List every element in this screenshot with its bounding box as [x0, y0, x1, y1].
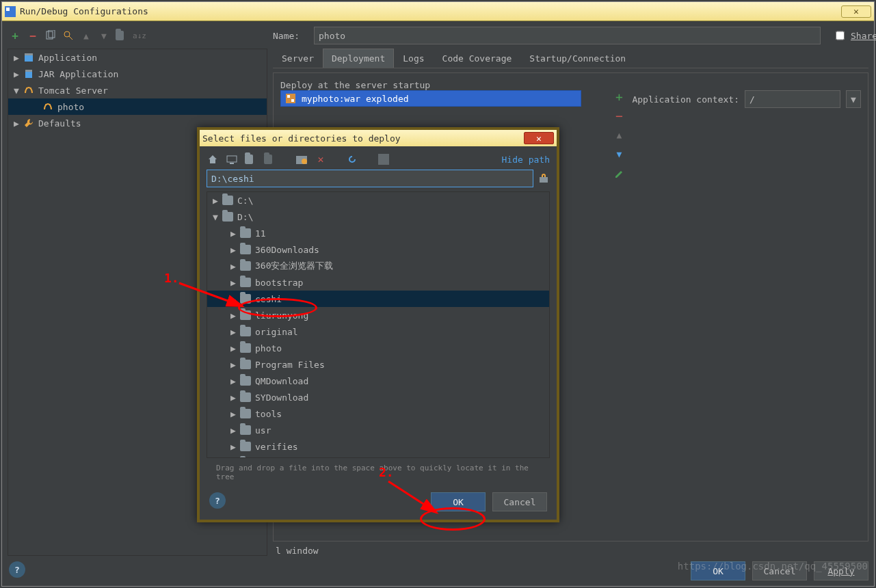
home-icon[interactable] [207, 153, 219, 165]
expand-icon[interactable]: ▶ [230, 261, 237, 271]
project-icon[interactable] [245, 153, 257, 165]
svg-point-12 [49, 104, 51, 105]
dialog-cancel-button[interactable]: Cancel [492, 492, 547, 511]
file-tree-item[interactable]: ▶liurunyong [207, 307, 549, 323]
tab-logs[interactable]: Logs [394, 49, 433, 68]
expand-icon[interactable]: ▶ [230, 425, 237, 436]
help-button[interactable]: ? [9, 561, 25, 578]
file-tree-item[interactable]: ▶workspace [207, 455, 549, 458]
refresh-icon[interactable] [346, 153, 358, 165]
expand-icon[interactable]: ▶ [230, 310, 237, 321]
app-context-input[interactable] [745, 90, 840, 108]
show-hidden-icon[interactable] [377, 153, 390, 165]
history-icon[interactable] [537, 172, 550, 185]
file-tree-item[interactable]: ▶photo [207, 340, 549, 356]
tab-deployment[interactable]: Deployment [323, 49, 394, 68]
config-toolbar: + − ▲ ▼ a↓z [8, 27, 267, 49]
svg-rect-6 [25, 53, 33, 55]
deploy-list[interactable]: myphoto:war exploded [280, 90, 606, 107]
file-tree-item[interactable]: ▶C:\ [207, 192, 549, 209]
expand-icon[interactable]: ▶ [230, 278, 237, 288]
app-context-dropdown[interactable]: ▼ [846, 90, 861, 108]
expand-icon[interactable]: ▶ [14, 53, 21, 63]
expand-icon[interactable]: ▶ [230, 442, 237, 452]
new-folder-icon[interactable] [295, 153, 308, 165]
dialog-help-button[interactable]: ? [209, 492, 226, 509]
expand-icon[interactable]: ▼ [14, 85, 21, 96]
file-tree-item[interactable]: ▶verifies [207, 438, 549, 455]
file-tree-item[interactable]: ▶bootstrap [207, 274, 549, 291]
expand-icon[interactable]: ▼ [213, 212, 220, 222]
config-tree-item[interactable]: ▶JAR Application [8, 66, 267, 82]
path-input[interactable] [207, 170, 533, 187]
expand-icon[interactable]: ▶ [230, 294, 237, 304]
add-config-icon[interactable]: + [9, 29, 21, 42]
svg-point-9 [26, 88, 27, 89]
file-tree[interactable]: ▶C:\▼D:\▶11▶360Downloads▶360安全浏览器下载▶boot… [207, 191, 550, 458]
deploy-remove-icon[interactable]: − [613, 109, 625, 122]
expand-icon[interactable]: ▶ [230, 228, 237, 239]
dialog-footer: ? OK Cancel [207, 488, 550, 513]
config-tree-item[interactable]: ▼Tomcat Server [8, 82, 267, 98]
sort-icon[interactable]: a↓z [133, 29, 146, 42]
expand-icon[interactable]: ▶ [14, 69, 21, 79]
module-icon[interactable] [264, 153, 276, 165]
config-tree-item[interactable]: ▶Application [8, 49, 267, 66]
move-down-icon[interactable]: ▼ [98, 29, 110, 42]
expand-icon[interactable]: ▶ [213, 196, 220, 206]
deploy-down-icon[interactable]: ▼ [613, 148, 625, 160]
expand-icon[interactable]: ▶ [230, 327, 237, 337]
file-node-label: original [255, 327, 298, 337]
file-tree-item[interactable]: ▶QMDownload [207, 373, 549, 389]
name-input[interactable] [314, 27, 821, 44]
expand-icon[interactable]: ▶ [230, 458, 237, 459]
desktop-icon[interactable] [226, 153, 238, 165]
share-checkbox-input[interactable] [836, 31, 845, 40]
file-tree-item[interactable]: ▶SYDownload [207, 389, 549, 405]
expand-icon[interactable]: ▶ [230, 360, 237, 370]
file-tree-item[interactable]: ▶360安全浏览器下载 [207, 258, 549, 274]
window-close-button[interactable]: ✕ [841, 5, 871, 18]
svg-rect-23 [540, 177, 548, 183]
expand-icon[interactable]: ▶ [230, 245, 237, 255]
remove-config-icon[interactable]: − [27, 29, 39, 42]
tab-code-coverage[interactable]: Code Coverage [434, 49, 521, 68]
expand-icon[interactable]: ▶ [230, 343, 237, 353]
hide-path-link[interactable]: Hide path [502, 155, 550, 165]
node-label: Defaults [38, 118, 81, 129]
app-context: Application context: ▼ [632, 90, 861, 108]
expand-icon[interactable]: ▶ [230, 409, 237, 419]
delete-icon[interactable]: ✕ [315, 153, 327, 165]
share-checkbox[interactable]: Share [833, 29, 868, 42]
svg-point-11 [45, 104, 47, 105]
file-tree-item[interactable]: ▶tools [207, 405, 549, 422]
file-tree-item[interactable]: ▶360Downloads [207, 241, 549, 258]
tab-server[interactable]: Server [273, 49, 323, 68]
deploy-up-icon[interactable]: ▲ [613, 129, 625, 141]
file-tree-item[interactable]: ▶ceshi [207, 291, 549, 307]
copy-config-icon[interactable] [44, 29, 57, 42]
config-tree-item[interactable]: photo [8, 98, 267, 115]
save-template-icon[interactable] [62, 29, 75, 42]
move-up-icon[interactable]: ▲ [80, 29, 92, 42]
folder-icon [240, 392, 251, 402]
expand-icon[interactable]: ▶ [230, 376, 237, 386]
file-tree-item[interactable]: ▶11 [207, 225, 549, 241]
deploy-list-item[interactable]: myphoto:war exploded [280, 90, 581, 107]
file-tree-item[interactable]: ▶usr [207, 422, 549, 438]
dialog-ok-button[interactable]: OK [431, 492, 486, 511]
folder-icon[interactable] [116, 29, 128, 42]
folder-icon [240, 343, 251, 353]
node-label: Tomcat Server [38, 85, 108, 96]
file-tree-item[interactable]: ▶Program Files [207, 356, 549, 373]
expand-icon[interactable]: ▶ [14, 118, 21, 129]
file-tree-item[interactable]: ▼D:\ [207, 209, 549, 225]
window-title: Run/Debug Configurations [20, 6, 148, 16]
tab-startup-connection[interactable]: Startup/Connection [520, 49, 635, 68]
dialog-close-button[interactable]: ✕ [524, 132, 554, 144]
deploy-edit-icon[interactable] [613, 167, 625, 179]
file-tree-item[interactable]: ▶original [207, 323, 549, 340]
chevron-down-icon: ▼ [851, 94, 856, 105]
deploy-add-icon[interactable]: + [613, 90, 625, 103]
expand-icon[interactable]: ▶ [230, 392, 237, 403]
